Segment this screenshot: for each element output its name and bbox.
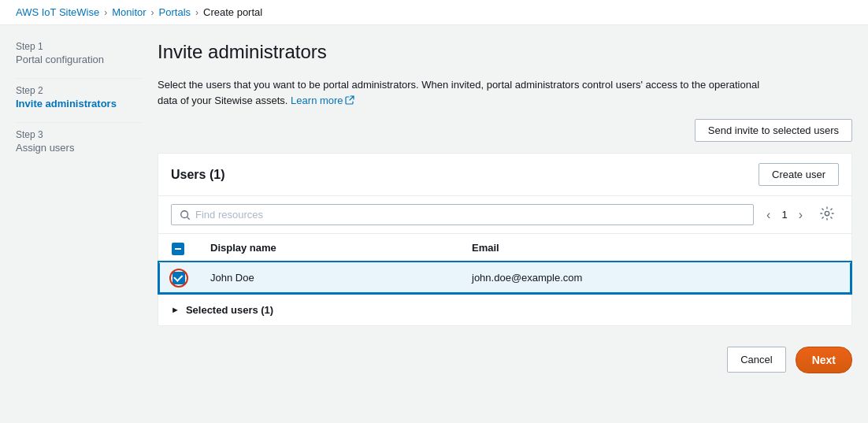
selected-users-section: ► Selected users (1): [158, 294, 851, 325]
selected-users-toggle[interactable]: ► Selected users (1): [171, 304, 839, 316]
sidebar: Step 1 Portal configuration Step 2 Invit…: [16, 41, 142, 407]
users-card-header: Users (1) Create user: [158, 154, 851, 196]
step-2-label: Invite administrators: [16, 98, 142, 109]
sidebar-step-1: Step 1 Portal configuration: [16, 41, 142, 65]
table-settings-button[interactable]: [815, 205, 839, 225]
email-cell: john.doe@example.com: [459, 262, 851, 293]
step-2-number: Step 2: [16, 85, 142, 96]
bottom-actions: Cancel Next: [158, 337, 852, 383]
step-divider-1: [16, 78, 142, 79]
step-1-number: Step 1: [16, 41, 142, 52]
selected-users-label: Selected users (1): [186, 304, 273, 316]
current-page: 1: [781, 209, 787, 221]
prev-page-button[interactable]: ‹: [762, 206, 775, 224]
create-user-button[interactable]: Create user: [759, 163, 839, 186]
table-row[interactable]: John Doe john.doe@example.com: [159, 262, 851, 293]
step-3-label: Assign users: [16, 142, 142, 154]
main-layout: Step 1 Portal configuration Step 2 Invit…: [0, 25, 868, 423]
svg-point-1: [825, 211, 829, 215]
content-area: Invite administrators Select the users t…: [158, 41, 852, 407]
breadcrumb: AWS IoT SiteWise › Monitor › Portals › C…: [0, 0, 868, 25]
page-wrapper: AWS IoT SiteWise › Monitor › Portals › C…: [0, 0, 868, 423]
users-card: Users (1) Create user ‹ 1: [158, 153, 852, 326]
page-description: Select the users that you want to be por…: [158, 77, 772, 108]
breadcrumb-sep-2: ›: [151, 7, 154, 18]
breadcrumb-iot-sitewise[interactable]: AWS IoT SiteWise: [16, 6, 99, 18]
toggle-arrow-icon: ►: [171, 305, 180, 314]
breadcrumb-monitor[interactable]: Monitor: [112, 6, 146, 18]
checkbox-circle-highlight: [169, 269, 188, 288]
users-title: Users (1): [171, 168, 224, 182]
breadcrumb-sep-1: ›: [104, 7, 107, 18]
row-select-cell[interactable]: [159, 262, 198, 293]
external-link-icon: [345, 95, 354, 105]
users-card-toolbar: ‹ 1 ›: [158, 196, 851, 234]
next-button[interactable]: Next: [796, 347, 852, 373]
search-input[interactable]: [195, 209, 745, 221]
display-name-header: Display name: [198, 234, 459, 262]
next-page-button[interactable]: ›: [794, 206, 807, 224]
learn-more-link[interactable]: Learn more: [291, 93, 354, 109]
step-divider-2: [16, 122, 142, 123]
settings-icon: [820, 206, 834, 221]
table-header-row: Display name Email: [159, 234, 851, 262]
breadcrumb-sep-3: ›: [195, 7, 198, 18]
step-1-label: Portal configuration: [16, 54, 142, 65]
users-table: Display name Email Joh: [158, 234, 851, 294]
page-title: Invite administrators: [158, 41, 852, 63]
select-all-checkbox[interactable]: [172, 243, 184, 255]
step-3-number: Step 3: [16, 129, 142, 140]
search-icon: [180, 210, 191, 221]
row-checkbox-wrapper[interactable]: [172, 272, 185, 284]
search-box: [171, 204, 754, 225]
send-invite-button[interactable]: Send invite to selected users: [695, 119, 852, 142]
pagination: ‹ 1 ›: [762, 206, 807, 224]
display-name-cell: John Doe: [198, 262, 459, 293]
cancel-button[interactable]: Cancel: [727, 347, 785, 373]
send-invite-row: Send invite to selected users: [158, 119, 852, 142]
breadcrumb-current: Create portal: [203, 6, 262, 18]
select-all-header[interactable]: [159, 234, 198, 262]
sidebar-step-3: Step 3 Assign users: [16, 129, 142, 154]
sidebar-step-2: Step 2 Invite administrators: [16, 85, 142, 109]
email-header: Email: [459, 234, 851, 262]
breadcrumb-portals[interactable]: Portals: [159, 6, 191, 18]
